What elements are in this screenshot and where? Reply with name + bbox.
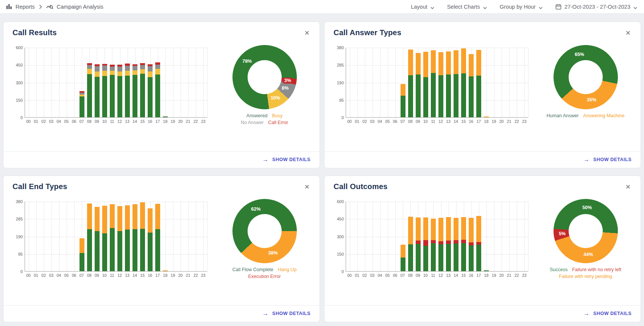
show-details-button[interactable]: →SHOW DETAILS [262,157,310,163]
bar-chart-icon [6,4,12,9]
close-button[interactable]: ✕ [624,28,632,38]
chart-legend: Call Flow CompleteHang UpExecution Error [230,266,299,280]
chart-title: Call Answer Types [334,28,401,37]
x-axis-tick: 03 [47,119,55,124]
gridline-v [528,48,529,117]
bar-segment-no-answer [117,67,122,71]
donut-hole [569,60,603,94]
x-axis-tick: 08 [407,273,414,278]
bar-column [414,48,422,117]
bar-column [184,202,192,271]
x-axis-tick: 04 [55,119,62,124]
bar-segment-failure-with-no-retry-left [438,241,443,244]
bar-segment-answered [95,77,100,117]
bar-column [147,48,154,117]
x-axis-tick: 14 [131,273,139,278]
x-axis-labels: 0001020304050607080910111213141516171819… [25,273,207,278]
bar-column [407,202,414,271]
donut-chart-call-outcomes: 50%44%5% [554,199,618,263]
bar-segment-success [408,244,413,271]
show-details-button[interactable]: →SHOW DETAILS [262,310,310,317]
bar-column [40,202,48,271]
bar-segment-human-answer [469,76,474,117]
bar-column [521,202,528,271]
bar-column [162,202,169,271]
x-axis-tick: 18 [482,273,490,278]
donut-label: 3% [282,78,293,84]
bar-column [376,48,384,117]
bar-column [40,48,48,117]
donut-label: 10% [271,95,280,101]
layout-dropdown[interactable]: Layout [411,3,434,10]
chevron-down-icon [430,4,434,10]
close-button[interactable]: ✕ [303,182,311,192]
bar-column [33,202,40,271]
bar-column [63,48,70,117]
show-details-button[interactable]: →SHOW DETAILS [583,157,632,163]
legend-item: Hang Up [278,267,296,272]
bar-segment-hang-up [110,204,115,228]
bar-segment-answering-machine [423,52,428,77]
x-axis-tick: 23 [521,273,528,278]
bar-segment-failure-with-retry-pending [408,217,413,244]
bar-segment-answering-machine [408,50,413,75]
y-axis-tick: 600 [330,199,344,204]
y-axis-tick: 450 [330,217,344,221]
bar-segment-call-flow-complete [148,233,153,271]
bar-column [154,202,162,271]
bar-column [33,48,40,117]
bar-chart-call-answer-types: 3802851909500001020304050607080910111213… [330,38,534,151]
x-axis-tick: 09 [93,273,101,278]
y-axis-tick: 0 [9,115,23,120]
bar-column [124,48,131,117]
bar-column [490,202,498,271]
donut-area: 50%44%5%SuccessFailure with no retry lef… [534,192,637,305]
bar-segment-human-answer [401,96,405,117]
donut-area: 78%3%8%10%AnsweredBusyNo AnswerCall Erro… [213,38,316,151]
chevron-down-icon [539,4,543,10]
x-axis-tick: 08 [407,119,414,124]
bar-segment-failure-with-retry-pending [423,217,428,241]
bar-column [391,48,399,117]
bar-column [101,48,108,117]
bar-segment-busy [87,69,92,74]
show-details-button[interactable]: →SHOW DETAILS [583,310,632,317]
bar-column [354,202,361,271]
close-button[interactable]: ✕ [624,182,632,192]
chart-card-call-outcomes: Call Outcomes✕60045030015000001020304050… [324,175,641,322]
gridline-v [207,48,207,117]
x-axis-tick: 19 [169,119,176,124]
breadcrumb-reports[interactable]: Reports [16,4,35,10]
legend-item: Failure with retry pending [559,274,612,279]
bar-segment-no-answer [110,67,115,71]
bar-segment-answered [140,74,145,117]
bar-column [116,202,124,271]
x-axis-tick: 21 [184,273,192,278]
bar-column [437,48,445,117]
chart-title: Call Outcomes [334,182,388,191]
bar-segment-call-flow-complete [87,229,92,271]
x-axis-tick: 15 [139,273,146,278]
layout-dropdown-label: Layout [411,4,427,10]
breadcrumb: Reports Campaign Analysis [6,4,103,10]
select-charts-dropdown[interactable]: Select Charts [447,3,487,10]
close-button[interactable]: ✕ [303,28,311,38]
bar-segment-busy [102,71,107,76]
bar-column [369,202,376,271]
card-header: Call Results✕ [3,22,320,38]
x-axis-tick: 01 [353,273,361,278]
bar-segment-human-answer [438,75,443,117]
group-by-dropdown[interactable]: Group by Hour [500,3,543,10]
card-footer: →SHOW DETAILS [3,305,320,322]
bar-segment-answering-machine [431,50,436,73]
legend-row: Failure with retry pending [547,273,624,280]
bar-segment-answering-machine [446,51,451,75]
donut-label: 78% [242,59,252,64]
x-axis-tick: 08 [86,273,93,278]
date-range-picker[interactable]: 27-Oct-2023 - 27-Oct-2023 [555,3,637,10]
bar-segment-failure-with-retry-pending [454,218,458,240]
x-axis-tick: 02 [40,119,47,124]
bar-column [55,202,63,271]
x-axis-tick: 18 [161,273,169,278]
bar-column [399,202,407,271]
